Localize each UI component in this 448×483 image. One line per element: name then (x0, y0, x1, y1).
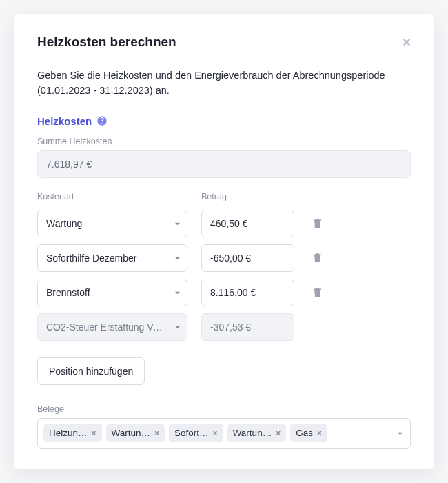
sum-input[interactable] (37, 150, 411, 178)
chip-remove-icon[interactable]: × (154, 428, 159, 438)
belege-label: Belege (37, 404, 411, 414)
belege-block: Belege Heizun…×Wartun…×Sofort…×Wartun…×G… (37, 404, 411, 448)
chip-remove-icon[interactable]: × (276, 428, 281, 438)
belege-chip[interactable]: Wartun…× (227, 424, 287, 442)
col-amount-label: Betrag (201, 192, 294, 201)
belege-multiselect[interactable]: Heizun…×Wartun…×Sofort…×Wartun…×Gas× (37, 418, 411, 448)
add-position-button[interactable]: Position hinzufügen (37, 357, 145, 385)
cost-type-input[interactable] (37, 313, 187, 341)
trash-icon[interactable] (308, 215, 326, 233)
chip-remove-icon[interactable]: × (92, 428, 96, 438)
chip-label: Gas (296, 428, 313, 438)
sum-block: Summe Heizkosten (37, 137, 411, 178)
chip-label: Wartun… (112, 428, 151, 438)
cost-type-select[interactable] (37, 244, 187, 272)
belege-chip[interactable]: Gas× (290, 424, 327, 442)
cost-type-input[interactable] (37, 244, 187, 272)
modal-title: Heizkosten berechnen (37, 34, 176, 50)
chevron-down-icon (397, 427, 403, 440)
chip-label: Heizun… (49, 428, 88, 438)
chip-remove-icon[interactable]: × (317, 428, 322, 438)
sum-label: Summe Heizkosten (37, 137, 411, 146)
section-title: Heizkosten (37, 115, 92, 127)
cost-type-select[interactable] (37, 279, 187, 306)
chip-remove-icon[interactable]: × (213, 428, 218, 438)
chip-label: Sofort… (174, 428, 209, 438)
trash-icon[interactable] (308, 249, 326, 267)
trash-icon[interactable] (308, 284, 326, 302)
belege-chip[interactable]: Heizun…× (43, 424, 102, 442)
section-header: Heizkosten (37, 115, 411, 127)
chip-label: Wartun… (233, 428, 272, 438)
cost-amount-input[interactable] (201, 244, 294, 272)
cost-row (37, 313, 411, 341)
cost-row (37, 244, 411, 272)
help-icon[interactable] (96, 115, 108, 126)
cost-row (37, 279, 411, 306)
cost-type-input[interactable] (37, 210, 187, 237)
cost-type-select[interactable] (37, 210, 187, 237)
col-type-label: Kostenart (37, 192, 187, 201)
cost-amount-input[interactable] (201, 210, 294, 237)
cost-type-select[interactable] (37, 313, 187, 341)
cost-amount-input[interactable] (201, 279, 294, 306)
columns-header: Kostenart Betrag (37, 192, 411, 206)
belege-chip[interactable]: Wartun…× (106, 424, 165, 442)
cost-type-input[interactable] (37, 279, 187, 306)
cost-amount-input[interactable] (201, 313, 294, 341)
belege-chip[interactable]: Sofort…× (169, 424, 223, 442)
heating-cost-modal: Heizkosten berechnen × Geben Sie die Hei… (14, 14, 434, 469)
modal-header: Heizkosten berechnen × (37, 34, 411, 50)
modal-intro: Geben Sie die Heizkosten und den Energie… (37, 68, 411, 99)
close-icon[interactable]: × (403, 35, 411, 49)
cost-row (37, 210, 411, 237)
